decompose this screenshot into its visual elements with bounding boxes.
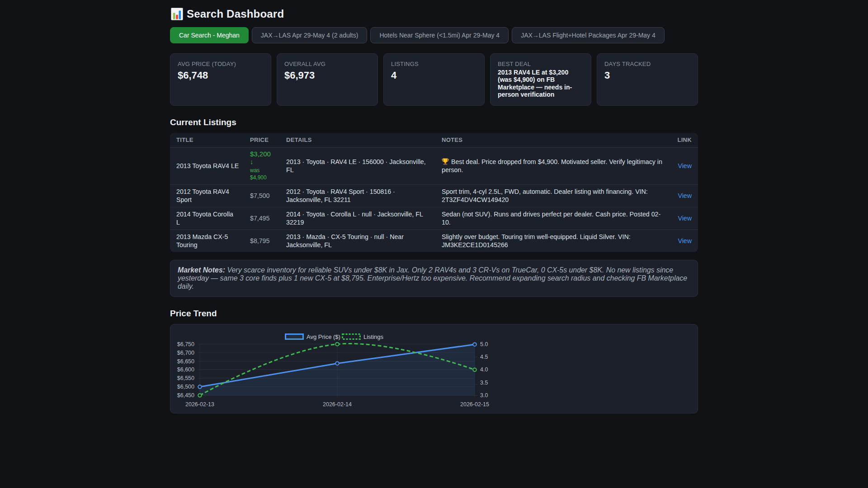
- svg-text:2026-02-15: 2026-02-15: [460, 401, 489, 408]
- svg-text:$6,600: $6,600: [177, 366, 194, 373]
- svg-text:Avg Price ($): Avg Price ($): [307, 333, 340, 340]
- svg-text:4.0: 4.0: [480, 366, 488, 373]
- svg-text:2026-02-13: 2026-02-13: [185, 401, 214, 408]
- svg-text:$6,700: $6,700: [177, 349, 194, 356]
- svg-text:5.0: 5.0: [480, 341, 488, 347]
- svg-text:$6,750: $6,750: [177, 341, 194, 347]
- svg-text:$6,650: $6,650: [177, 358, 194, 364]
- svg-text:2026-02-14: 2026-02-14: [323, 401, 352, 408]
- svg-text:$6,550: $6,550: [177, 375, 194, 381]
- svg-text:$6,450: $6,450: [177, 392, 194, 399]
- svg-text:$6,500: $6,500: [177, 384, 194, 390]
- svg-text:3.0: 3.0: [480, 392, 488, 399]
- svg-text:Listings: Listings: [363, 333, 384, 340]
- svg-text:4.5: 4.5: [480, 354, 488, 360]
- svg-text:3.5: 3.5: [480, 379, 488, 385]
